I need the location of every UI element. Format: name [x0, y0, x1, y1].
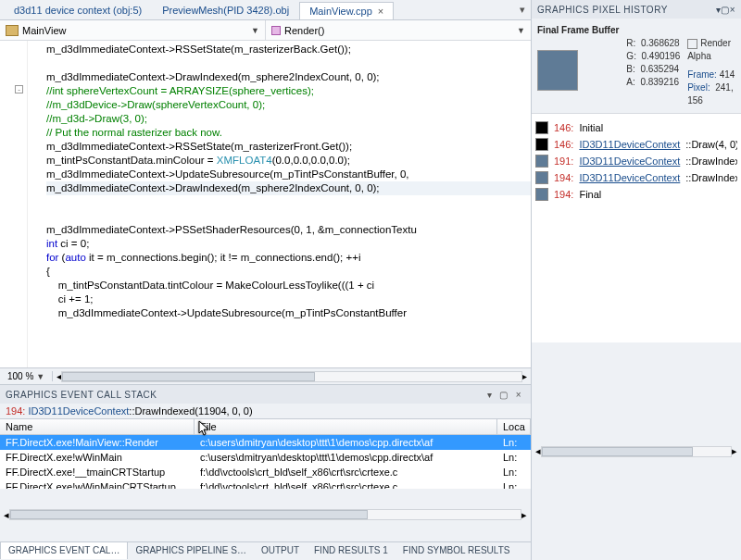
bottom-tab[interactable]: GRAPHICS EVENT CAL…: [0, 541, 128, 559]
tab-mainview[interactable]: MainView.cpp×: [299, 2, 394, 19]
method-icon: [271, 26, 281, 35]
panel-menu-icon[interactable]: ▾: [484, 390, 496, 400]
close-icon[interactable]: ×: [512, 390, 525, 400]
function-dropdown[interactable]: Render() ▼: [266, 20, 531, 40]
callstack-rows: FF.DirectX.exe!MainView::Renderc:\users\…: [0, 435, 531, 489]
fold-toggle[interactable]: -: [15, 85, 23, 93]
editor-horizontal-scrollbar[interactable]: ◂▸: [53, 371, 531, 382]
pixel-event-item[interactable]: 194: Final: [535, 186, 737, 203]
tab-overflow-dropdown[interactable]: ▾: [514, 4, 531, 16]
callstack-row[interactable]: FF.DirectX.exe!wWinMainc:\users\dmitryan…: [0, 450, 531, 465]
navigation-bar: MainView ▼ Render() ▼: [0, 20, 531, 41]
bottom-panel-tabs: GRAPHICS EVENT CAL…GRAPHICS PIPELINE S…O…: [0, 541, 531, 560]
tab-previewmesh[interactable]: PreviewMesh(PID 3428).obj: [152, 1, 299, 19]
bottom-tab[interactable]: FIND SYMBOL RESULTS: [396, 542, 518, 560]
callstack-horizontal-scrollbar[interactable]: ◂▸: [0, 489, 531, 542]
pin-icon[interactable]: ▢: [496, 390, 512, 400]
current-event: 194: ID3D11DeviceContext::DrawIndexed(11…: [0, 404, 531, 418]
render-alpha-checkbox[interactable]: [687, 39, 697, 49]
close-icon[interactable]: ×: [730, 5, 735, 15]
pixel-history-horizontal-scrollbar[interactable]: ◂▸: [532, 342, 741, 560]
callstack-row[interactable]: FF.DirectX.exe!__tmainCRTStartupf:\dd\vc…: [0, 465, 531, 479]
panel-title: GRAPHICS EVENT CALL STACK: [6, 390, 157, 400]
callstack-panel: GRAPHICS EVENT CALL STACK ▾ ▢ × 194: ID3…: [0, 384, 531, 560]
chevron-down-icon: ▼: [517, 26, 525, 35]
zoom-level-dropdown[interactable]: 100 % ▼: [0, 371, 53, 381]
pixel-event-item[interactable]: 146: Initial: [535, 119, 737, 136]
callstack-row[interactable]: FF.DirectX.exe!MainView::Renderc:\users\…: [0, 435, 531, 450]
pixel-event-item[interactable]: 191: ID3D11DeviceContext::DrawIndexed(11…: [535, 153, 737, 169]
bottom-tab[interactable]: GRAPHICS PIPELINE S…: [128, 542, 253, 560]
scope-dropdown[interactable]: MainView ▼: [0, 20, 266, 40]
class-icon: [6, 25, 19, 36]
pixel-event-item[interactable]: 146: ID3D11DeviceContext::Draw(4, 0): [535, 136, 737, 153]
bottom-tab[interactable]: FIND RESULTS 1: [307, 542, 396, 560]
callstack-header[interactable]: Name File Loca: [0, 418, 531, 435]
chevron-down-icon: ▼: [251, 26, 259, 35]
panel-title: GRAPHICS PIXEL HISTORY: [537, 5, 668, 15]
final-frame-buffer: Final Frame Buffer R: 0.368628 G: 0.4901…: [532, 19, 741, 114]
color-swatch: [537, 50, 578, 91]
pixel-event-item[interactable]: 194: ID3D11DeviceContext::DrawIndexed(11…: [535, 169, 737, 186]
pixel-history-panel: GRAPHICS PIXEL HISTORY ▾ ▢ × Final Frame…: [532, 0, 741, 560]
callstack-row[interactable]: FF.DirectX.exe!wWinMainCRTStartupf:\dd\v…: [0, 479, 531, 489]
code-gutter: -: [0, 41, 28, 367]
document-tabs: d3d11 device context (obj:5) PreviewMesh…: [0, 0, 531, 20]
pin-icon[interactable]: ▢: [721, 5, 730, 15]
bottom-tab[interactable]: OUTPUT: [254, 542, 307, 560]
code-editor[interactable]: - m_d3dImmediateContext->RSSetState(m_ra…: [0, 41, 531, 367]
pixel-event-list: 146: Initial146: ID3D11DeviceContext::Dr…: [532, 114, 741, 342]
tab-d3d11-context[interactable]: d3d11 device context (obj:5): [4, 1, 152, 19]
close-icon[interactable]: ×: [378, 6, 383, 17]
